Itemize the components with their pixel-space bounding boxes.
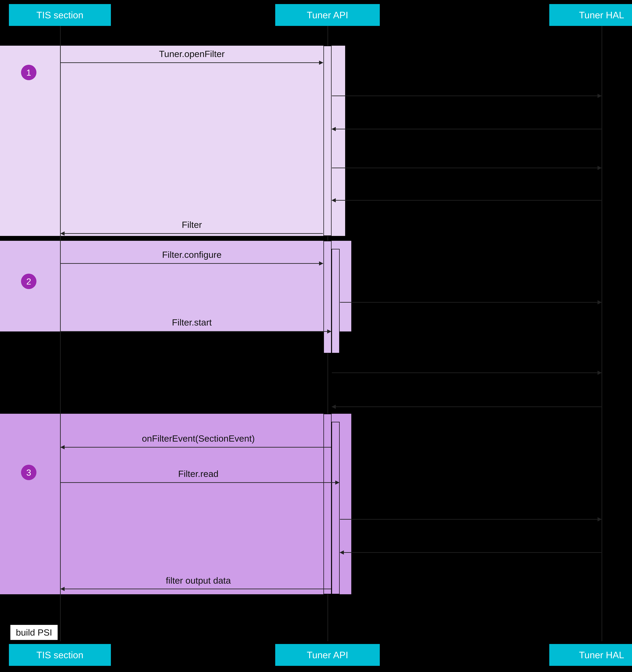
msg-openFilter-label: Tuner.openFilter [159, 49, 225, 59]
step-badge-2-num: 2 [26, 277, 31, 286]
arrowhead-right-icon [319, 261, 323, 266]
activation-api-3 [323, 414, 332, 594]
participant-api-label: Tuner API [307, 9, 348, 20]
msg-api-hal-1b [332, 168, 601, 168]
activation-api-3b [332, 422, 340, 594]
arrowhead-left-icon [60, 445, 65, 449]
msg-api-hal-2b [332, 373, 601, 373]
arrowhead-right-icon [598, 166, 602, 170]
msg-filterOutput [61, 589, 331, 589]
msg-onFilterEvent-label: onFilterEvent(SectionEvent) [142, 433, 254, 444]
participant-hal-label: Tuner HAL [579, 9, 624, 20]
msg-start-label: Filter.start [172, 317, 212, 328]
participant-hal-label-bottom: Tuner HAL [579, 649, 624, 661]
msg-onFilterEvent [61, 447, 331, 448]
participant-tis-bottom: TIS section [9, 644, 111, 666]
step-badge-1-num: 1 [26, 68, 31, 77]
msg-filterRead [61, 482, 339, 483]
arrowhead-right-icon [327, 329, 332, 334]
step-badge-3-num: 3 [26, 467, 31, 478]
note-build-psi-text: build PSI [16, 627, 52, 638]
msg-hal-api-2b [332, 406, 601, 407]
arrowhead-left-icon [60, 587, 65, 591]
participant-api-bottom: Tuner API [275, 644, 380, 666]
arrowhead-right-icon [335, 480, 339, 485]
activation-api-1 [323, 46, 332, 236]
participant-hal-bottom: Tuner HAL [549, 644, 632, 666]
arrowhead-right-icon [598, 371, 602, 375]
msg-filterOutput-label: filter output data [166, 575, 231, 586]
participant-tis-top: TIS section [9, 4, 111, 26]
participant-tis-label-bottom: TIS section [37, 649, 83, 661]
msg-hal-api-3 [340, 552, 601, 553]
arrowhead-right-icon [598, 300, 602, 305]
msg-api-hal-3 [340, 519, 601, 520]
arrowhead-left-icon [332, 127, 336, 131]
participant-hal-top: Tuner HAL [549, 4, 632, 26]
phase-1-band [0, 46, 345, 236]
msg-configure-label: Filter.configure [162, 249, 221, 260]
msg-start [61, 331, 331, 332]
msg-filterReturn [61, 233, 323, 234]
msg-api-hal-2a [340, 302, 601, 303]
msg-filterReturn-label: Filter [182, 219, 202, 230]
arrowhead-left-icon [60, 232, 65, 236]
participant-api-label-bottom: Tuner API [307, 649, 348, 661]
msg-hal-api-1b [332, 200, 601, 201]
arrowhead-right-icon [319, 61, 323, 65]
sequence-diagram: TIS section Tuner API Tuner HAL TIS sect… [0, 0, 632, 672]
arrowhead-right-icon [598, 517, 602, 521]
step-badge-3: 3 [21, 465, 37, 480]
step-badge-2: 2 [21, 274, 37, 289]
arrowhead-left-icon [332, 405, 336, 409]
activation-api-2b [332, 249, 340, 353]
arrowhead-left-icon [340, 550, 344, 555]
msg-hal-api-1a [332, 129, 601, 129]
msg-configure [61, 263, 323, 264]
participant-api-top: Tuner API [275, 4, 380, 26]
lifeline-tis [60, 26, 61, 641]
note-build-psi: build PSI [10, 624, 58, 641]
msg-filterRead-label: Filter.read [178, 469, 219, 479]
participant-tis-label: TIS section [37, 9, 83, 20]
msg-openFilter [61, 62, 323, 63]
arrowhead-left-icon [332, 198, 336, 202]
arrowhead-right-icon [598, 94, 602, 98]
msg-api-hal-1a [332, 96, 601, 96]
activation-api-2 [323, 241, 332, 353]
lifeline-hal [602, 26, 602, 641]
step-badge-1: 1 [21, 65, 37, 80]
